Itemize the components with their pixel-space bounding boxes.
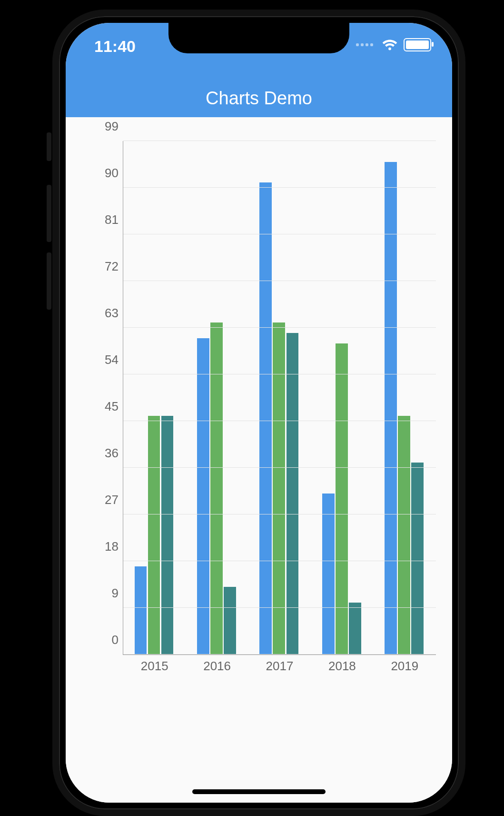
y-tick-label: 81 (96, 212, 119, 227)
status-time: 11:40 (94, 37, 136, 56)
volume-up-button (47, 185, 51, 242)
bars-layer (123, 141, 436, 655)
gridline (123, 327, 436, 328)
volume-down-button (47, 252, 51, 310)
bar[interactable] (336, 343, 348, 655)
gridline (123, 561, 436, 561)
bar[interactable] (322, 494, 335, 655)
bar-chart[interactable]: 0918273645546372819099201520162017201820… (87, 131, 441, 679)
y-tick-label: 54 (96, 353, 119, 367)
bar[interactable] (411, 463, 424, 655)
nav-title: Charts Demo (206, 88, 312, 109)
gridline (123, 141, 436, 141)
x-tick-label: 2019 (391, 659, 418, 674)
gridline (123, 234, 436, 234)
y-tick-label: 45 (96, 399, 119, 414)
gridline (123, 654, 436, 655)
bar[interactable] (148, 416, 160, 655)
bar[interactable] (210, 322, 223, 655)
y-tick-label: 99 (96, 119, 119, 134)
phone-frame: 11:40 Charts Demo 0918273645546372819099… (52, 10, 465, 816)
y-tick-label: 90 (96, 166, 119, 181)
y-tick-label: 72 (96, 259, 119, 274)
battery-icon (404, 38, 431, 51)
bar[interactable] (349, 603, 361, 655)
cellular-icon (356, 43, 373, 46)
plot-area: 0918273645546372819099201520162017201820… (123, 141, 436, 655)
bar[interactable] (135, 566, 147, 655)
y-tick-label: 18 (96, 539, 119, 554)
bar[interactable] (259, 182, 272, 655)
y-tick-label: 0 (96, 633, 119, 647)
y-tick-label: 27 (96, 493, 119, 507)
status-icons (356, 38, 431, 51)
y-tick-label: 63 (96, 306, 119, 321)
gridline (123, 281, 436, 281)
content-area: 0918273645546372819099201520162017201820… (66, 117, 452, 803)
x-tick-label: 2018 (328, 659, 356, 674)
screen: 11:40 Charts Demo 0918273645546372819099… (66, 23, 452, 803)
gridline (123, 187, 436, 188)
bar[interactable] (161, 416, 174, 655)
x-tick-label: 2017 (266, 659, 294, 674)
bar[interactable] (385, 162, 397, 655)
bar[interactable] (287, 333, 299, 655)
y-tick-label: 9 (96, 586, 119, 601)
notch (168, 23, 349, 53)
nav-bar: Charts Demo (66, 79, 452, 117)
bar[interactable] (273, 322, 285, 655)
mute-switch (47, 132, 51, 161)
gridline (123, 514, 436, 514)
bar[interactable] (224, 587, 236, 655)
x-tick-label: 2016 (203, 659, 231, 674)
gridline (123, 374, 436, 374)
gridline (123, 421, 436, 421)
x-tick-label: 2015 (141, 659, 168, 674)
bar[interactable] (398, 416, 410, 655)
wifi-icon (382, 39, 398, 50)
home-indicator[interactable] (192, 789, 326, 794)
gridline (123, 607, 436, 608)
gridline (123, 467, 436, 468)
y-tick-label: 36 (96, 446, 119, 461)
